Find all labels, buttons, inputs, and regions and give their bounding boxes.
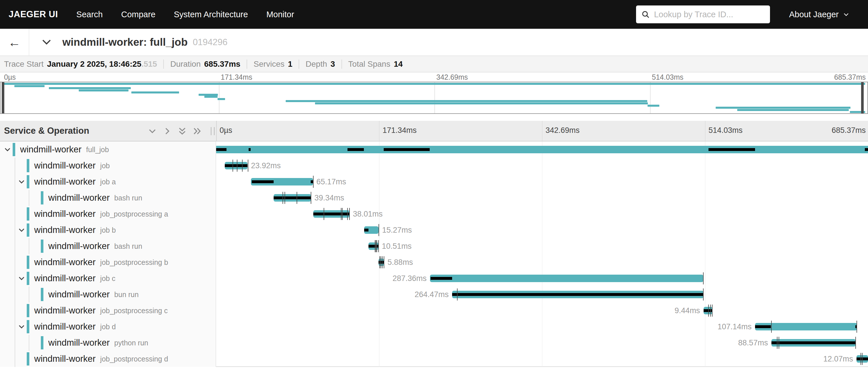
- expand-all-button[interactable]: [192, 126, 202, 136]
- expand-one-button[interactable]: [162, 126, 173, 136]
- span-rows-area: windmill-workerfull_jobwindmill-workerjo…: [0, 142, 868, 367]
- span-log-marker[interactable]: [855, 337, 856, 349]
- trace-collapse-toggle[interactable]: [40, 36, 53, 50]
- critical-path-segment: [755, 325, 771, 328]
- span-duration-label: 287.36ms: [393, 270, 427, 286]
- trace-start-label: Trace Start: [4, 60, 43, 69]
- span-children-toggle[interactable]: [18, 275, 26, 282]
- span-log-marker[interactable]: [376, 240, 376, 252]
- span-log-marker[interactable]: [378, 224, 379, 236]
- span-service-name: windmill-workerjob b: [34, 222, 116, 238]
- span-log-marker[interactable]: [712, 305, 713, 317]
- span-log-marker[interactable]: [862, 353, 863, 365]
- trace-id: 0194296: [193, 37, 228, 48]
- span-log-marker[interactable]: [313, 176, 314, 188]
- nav-item-monitor[interactable]: Monitor: [267, 10, 294, 19]
- span-log-marker[interactable]: [457, 288, 458, 300]
- minimap-span-bar: [716, 107, 850, 109]
- nav-item-compare[interactable]: Compare: [121, 10, 155, 19]
- lookup-placeholder: Lookup by Trace ID...: [654, 10, 733, 19]
- minimap-tick-label: 171.34ms: [221, 73, 252, 81]
- span-row[interactable]: windmill-workerjob c287.36ms: [0, 270, 868, 286]
- trace-summary-bar: Trace Start January 2 2025, 18:46:25 .51…: [0, 56, 868, 73]
- span-log-marker[interactable]: [237, 160, 238, 172]
- span-row[interactable]: windmill-workerjob b15.27ms: [0, 222, 868, 238]
- span-row[interactable]: windmill-workerbash run39.34ms: [0, 190, 868, 206]
- span-children-toggle[interactable]: [3, 145, 11, 153]
- span-log-marker[interactable]: [857, 321, 857, 333]
- minimap-right-scrubber[interactable]: [861, 82, 864, 113]
- span-row[interactable]: windmill-workerfull_job: [0, 142, 868, 157]
- collapse-one-button[interactable]: [147, 126, 157, 136]
- span-operation-name: job_postprocessing a: [100, 210, 168, 218]
- minimap-left-scrubber[interactable]: [2, 82, 4, 113]
- span-log-marker[interactable]: [708, 305, 709, 317]
- minimap-span-bar: [14, 85, 44, 87]
- span-log-marker[interactable]: [710, 305, 711, 317]
- column-resizer-handle[interactable]: [211, 127, 215, 135]
- span-row[interactable]: windmill-workerjob_postprocessing c9.44m…: [0, 302, 868, 319]
- chevron-down-icon: [18, 323, 26, 331]
- arrow-left-icon: ←: [8, 35, 21, 50]
- back-button[interactable]: ←: [0, 29, 29, 56]
- span-duration-label: 107.14ms: [717, 319, 752, 335]
- span-log-marker[interactable]: [342, 208, 343, 220]
- span-row[interactable]: windmill-workerpython run88.57ms: [0, 335, 868, 351]
- span-duration-bar[interactable]: [430, 275, 703, 282]
- summary-trace-start: Trace Start January 2 2025, 18:46:25 .51…: [4, 60, 163, 69]
- span-service-name: windmill-workerbash run: [48, 190, 142, 206]
- span-log-marker[interactable]: [242, 160, 243, 172]
- span-row[interactable]: windmill-workerjob_postprocessing a38.01…: [0, 206, 868, 222]
- span-log-marker[interactable]: [382, 256, 382, 268]
- span-log-marker[interactable]: [347, 208, 348, 220]
- header-gridline: [379, 121, 379, 141]
- span-log-marker[interactable]: [284, 192, 285, 204]
- minimap-span-bar: [3, 83, 865, 85]
- span-log-marker[interactable]: [323, 208, 324, 220]
- span-log-marker[interactable]: [248, 160, 248, 172]
- span-log-marker[interactable]: [380, 256, 381, 268]
- span-log-marker[interactable]: [297, 192, 297, 204]
- app-logo[interactable]: JAEGER UI: [9, 9, 58, 20]
- span-operation-name: full_job: [86, 145, 109, 154]
- span-row[interactable]: windmill-workerjob23.92ms: [0, 157, 868, 174]
- nav-item-search[interactable]: Search: [76, 10, 103, 19]
- span-log-marker[interactable]: [341, 208, 341, 220]
- span-row[interactable]: windmill-workerjob_postprocessing d12.07…: [0, 351, 868, 367]
- span-log-marker[interactable]: [349, 208, 350, 220]
- span-log-marker[interactable]: [861, 353, 861, 365]
- span-log-marker[interactable]: [703, 288, 704, 300]
- span-log-marker[interactable]: [779, 337, 779, 349]
- trace-minimap[interactable]: [0, 82, 868, 114]
- span-log-marker[interactable]: [384, 256, 384, 268]
- span-log-marker[interactable]: [282, 192, 283, 204]
- span-log-marker[interactable]: [378, 240, 379, 252]
- span-row[interactable]: windmill-workerjob a65.17ms: [0, 174, 868, 190]
- span-log-marker[interactable]: [777, 337, 777, 349]
- nav-item-system-architecture[interactable]: System Architecture: [174, 10, 248, 19]
- span-duration-bar[interactable]: [216, 146, 868, 153]
- span-log-marker[interactable]: [311, 192, 311, 204]
- chevron-down-icon: [18, 226, 26, 234]
- span-log-marker[interactable]: [703, 272, 704, 284]
- trace-id-lookup-input[interactable]: Lookup by Trace ID...: [636, 5, 770, 23]
- span-log-marker[interactable]: [376, 240, 377, 252]
- minimap-span-bar: [198, 94, 218, 96]
- span-children-toggle[interactable]: [18, 178, 26, 186]
- span-log-marker[interactable]: [771, 321, 772, 333]
- span-row[interactable]: windmill-workerjob_postprocessing b5.88m…: [0, 254, 868, 270]
- about-jaeger-menu[interactable]: About Jaeger: [789, 10, 849, 19]
- span-children-toggle[interactable]: [18, 323, 26, 331]
- span-service-name: windmill-workerjob_postprocessing d: [34, 351, 168, 367]
- span-log-marker[interactable]: [232, 160, 233, 172]
- span-row[interactable]: windmill-workerbun run264.47ms: [0, 286, 868, 302]
- services-label: Services: [253, 60, 284, 69]
- collapse-all-button[interactable]: [177, 126, 187, 136]
- span-row[interactable]: windmill-workerjob d107.14ms: [0, 319, 868, 335]
- critical-path-segment: [311, 180, 313, 183]
- span-log-marker[interactable]: [379, 256, 380, 268]
- span-log-marker[interactable]: [375, 240, 375, 252]
- span-row[interactable]: windmill-workerbash run10.51ms: [0, 238, 868, 254]
- span-duration-label: 10.51ms: [382, 238, 412, 254]
- span-children-toggle[interactable]: [18, 226, 26, 234]
